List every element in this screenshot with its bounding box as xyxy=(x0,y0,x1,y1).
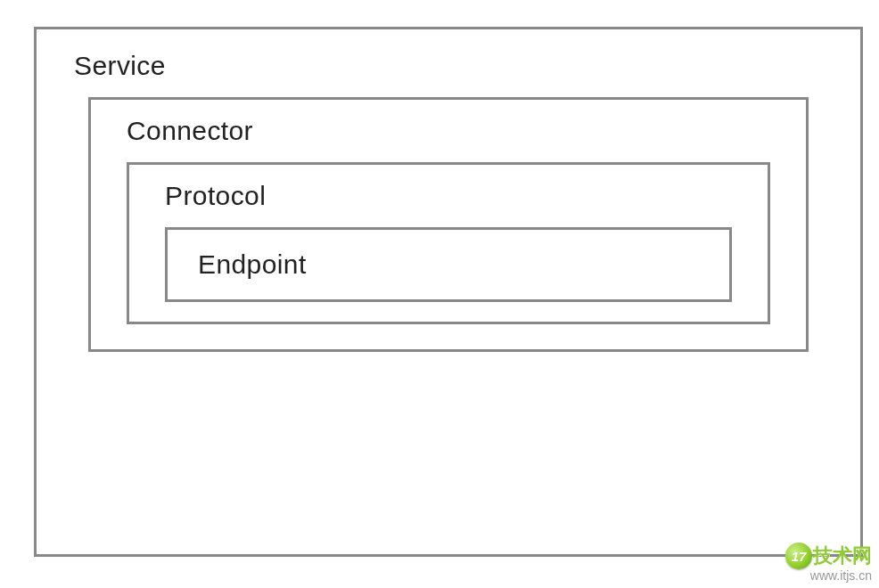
endpoint-box: Endpoint xyxy=(165,227,732,302)
protocol-box: Protocol Endpoint xyxy=(127,162,770,324)
endpoint-label: Endpoint xyxy=(198,249,729,280)
service-box: Service Connector Protocol Endpoint xyxy=(34,27,863,557)
connector-label: Connector xyxy=(127,116,806,146)
connector-box: Connector Protocol Endpoint xyxy=(88,97,809,352)
service-label: Service xyxy=(74,51,835,81)
watermark-url: www.itjs.cn xyxy=(785,568,872,583)
protocol-label: Protocol xyxy=(165,181,768,211)
